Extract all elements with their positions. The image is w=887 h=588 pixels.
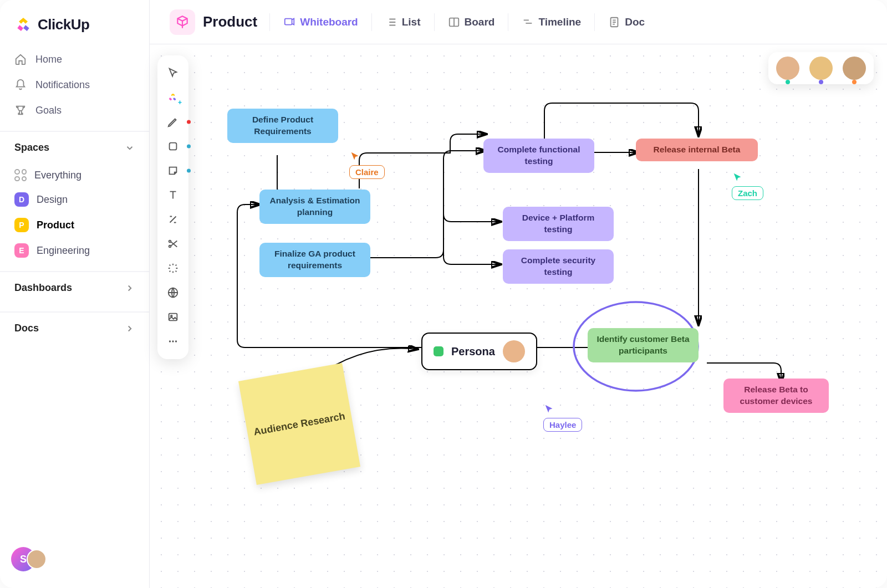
tab-doc[interactable]: Doc	[607, 16, 646, 28]
sidebar-item-notifications[interactable]: Notifications	[0, 72, 149, 98]
brand-name: ClickUp	[38, 16, 89, 33]
tool-magic[interactable]	[162, 257, 184, 279]
timeline-icon	[522, 16, 534, 28]
sidebar-item-engineering[interactable]: E Engineering	[0, 238, 149, 263]
section-label: Docs	[14, 323, 39, 334]
sidebar-section-docs[interactable]: Docs	[0, 313, 149, 344]
user-menu[interactable]: S	[0, 530, 149, 588]
section-label: Spaces	[14, 142, 49, 154]
cursor-zach: Zach	[732, 172, 763, 200]
cube-icon	[170, 9, 195, 35]
bell-icon	[14, 79, 27, 91]
space-label: Everything	[34, 170, 81, 181]
logo[interactable]: ClickUp	[0, 16, 149, 47]
space-badge: D	[14, 192, 29, 207]
user-initial: S	[20, 554, 27, 565]
tool-clickup-add[interactable]: +	[162, 86, 184, 109]
svg-point-5	[169, 246, 171, 248]
chevron-down-icon	[125, 143, 135, 153]
node-release-internal[interactable]: Release internal Beta	[636, 139, 758, 161]
chevron-right-icon	[125, 324, 135, 334]
sidebar: ClickUp Home Notifications Goals Spaces …	[0, 0, 150, 588]
svg-point-11	[175, 340, 177, 342]
space-badge: E	[14, 243, 29, 258]
node-device[interactable]: Device + Platform testing	[503, 207, 614, 241]
node-functional[interactable]: Complete functional testing	[483, 139, 594, 173]
node-identify[interactable]: Identify customer Beta participants	[588, 328, 699, 362]
home-icon	[14, 53, 27, 65]
section-label: Dashboards	[14, 282, 72, 294]
tool-web[interactable]	[162, 282, 184, 304]
sidebar-item-goals[interactable]: Goals	[0, 98, 149, 123]
list-icon	[385, 16, 397, 28]
svg-rect-7	[169, 314, 177, 321]
node-security[interactable]: Complete security testing	[503, 249, 614, 284]
avatar	[843, 57, 866, 80]
tab-board[interactable]: Board	[447, 16, 496, 28]
node-analysis[interactable]: Analysis & Estimation planning	[259, 190, 370, 224]
space-badge: P	[14, 218, 29, 232]
tab-timeline[interactable]: Timeline	[521, 16, 582, 28]
tool-connector[interactable]	[162, 208, 184, 231]
chevron-right-icon	[125, 283, 135, 293]
sidebar-item-product[interactable]: P Product	[0, 212, 149, 238]
sidebar-item-design[interactable]: D Design	[0, 187, 149, 212]
avatar	[503, 340, 525, 362]
tab-list[interactable]: List	[384, 16, 422, 28]
presence-avatars[interactable]	[768, 52, 874, 84]
tool-text[interactable]	[162, 184, 184, 206]
topbar: Product Whiteboard List Board Timeline	[150, 0, 887, 44]
sidebar-section-dashboards[interactable]: Dashboards	[0, 272, 149, 304]
avatar	[809, 57, 833, 80]
svg-point-10	[172, 340, 174, 342]
tab-whiteboard[interactable]: Whiteboard	[282, 16, 359, 28]
doc-icon	[608, 16, 620, 28]
cursor-claire: Claire	[349, 151, 385, 179]
sidebar-section-spaces[interactable]: Spaces	[0, 132, 149, 163]
page-title[interactable]: Product	[170, 9, 257, 35]
trophy-icon	[14, 104, 27, 116]
svg-rect-0	[285, 18, 292, 24]
svg-point-4	[169, 241, 171, 243]
sidebar-item-everything[interactable]: Everything	[0, 163, 149, 187]
avatar	[776, 57, 799, 80]
tool-scissors[interactable]	[162, 233, 184, 255]
whiteboard-canvas[interactable]: +	[150, 44, 887, 588]
status-square	[434, 346, 443, 356]
sidebar-item-home[interactable]: Home	[0, 47, 149, 72]
tool-more[interactable]	[162, 330, 184, 352]
everything-icon	[14, 169, 27, 181]
sidebar-label: Home	[35, 54, 62, 65]
sticky-note[interactable]: Audience Research	[238, 363, 360, 485]
tool-shape[interactable]	[162, 135, 184, 157]
svg-point-9	[169, 340, 171, 342]
board-icon	[448, 16, 460, 28]
card-persona[interactable]: Persona	[421, 333, 537, 370]
space-label: Product	[37, 219, 74, 231]
sidebar-label: Goals	[35, 105, 62, 116]
svg-rect-3	[170, 143, 177, 150]
space-label: Engineering	[37, 245, 90, 257]
tool-sticky[interactable]	[162, 160, 184, 182]
tool-pen[interactable]	[162, 111, 184, 133]
whiteboard-icon	[283, 16, 295, 28]
clickup-icon	[14, 16, 32, 33]
node-finalize[interactable]: Finalize GA product requirements	[259, 243, 370, 277]
sidebar-label: Notifications	[35, 79, 90, 91]
space-label: Design	[37, 194, 68, 206]
whiteboard-toolbar: +	[157, 55, 188, 359]
node-define[interactable]: Define Product Requirements	[227, 109, 338, 143]
tool-cursor[interactable]	[162, 62, 184, 84]
cursor-haylee: Haylee	[543, 403, 582, 432]
tool-image[interactable]	[162, 306, 184, 328]
node-release-customer[interactable]: Release Beta to customer devices	[723, 379, 829, 413]
